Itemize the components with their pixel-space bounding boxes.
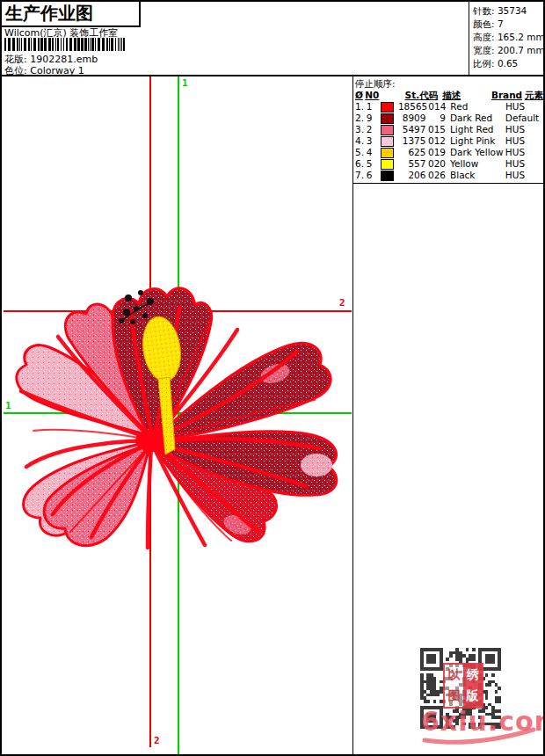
thread-description: Dark Yellow: [450, 147, 504, 158]
thread-color-swatch: [381, 102, 394, 113]
stop-table-body: 1. 1 18565 014 Red HUS 2. 9 8909 9 Dark …: [355, 101, 543, 181]
thread-seq: 1.: [355, 101, 367, 113]
thread-row: 1. 1 18565 014 Red HUS: [355, 101, 543, 113]
thread-code: 014: [426, 101, 446, 113]
production-worksheet: 生产作业图 Wilcom(汇京) 装饰工作室 花版: 1902281.emb 色…: [0, 0, 545, 756]
green-guide-label-top: 1: [182, 78, 188, 88]
thread-color-swatch: [381, 159, 394, 170]
col-element: 元素: [525, 90, 543, 101]
thread-needle-number: 1: [367, 101, 381, 113]
thread-brand: HUS: [505, 135, 543, 147]
watermark-underline: [421, 726, 541, 745]
col-needle: Ø: [355, 90, 365, 101]
scale-row: 比例: 0.65: [473, 57, 543, 70]
thread-description: Black: [450, 170, 504, 181]
stitch-count-row: 针数: 35734: [473, 4, 543, 18]
thread-brand: HUS: [505, 158, 543, 170]
thread-brand: HUS: [505, 124, 543, 135]
thread-row: 3. 2 5497 015 Light Red HUS: [355, 124, 543, 135]
thread-stitch-count: 8909: [398, 113, 425, 124]
thread-stitch-count: 18565: [398, 101, 426, 113]
thread-description: Red: [450, 101, 504, 113]
col-stitches: St.: [395, 90, 419, 101]
thread-color-swatch: [381, 136, 394, 147]
seal-char: 以: [445, 665, 463, 686]
thread-brand: HUS: [505, 170, 543, 181]
thread-seq: 6.: [355, 158, 367, 170]
thread-stitch-count: 5497: [398, 124, 425, 135]
stop-table-header: Ø N0 St. 代码 描述 Brand 元素: [355, 90, 543, 101]
seal-char: 图: [445, 686, 463, 707]
height-row: 高度: 165.2 mm: [473, 31, 543, 44]
color-count-row: 颜色: 7: [473, 18, 543, 31]
width-row: 宽度: 200.7 mm: [473, 44, 543, 57]
thread-needle-number: 4: [367, 147, 381, 158]
red-guide-label-bottom: 2: [154, 736, 160, 745]
thread-stitch-count: 206: [398, 170, 425, 181]
thread-seq: 3.: [355, 124, 367, 135]
page-title: 生产作业图: [2, 2, 141, 27]
thread-color-swatch: [381, 171, 394, 181]
thread-stitch-count: 1375: [398, 135, 425, 147]
thread-description: Light Pink: [450, 135, 504, 147]
thread-needle-number: 6: [367, 170, 381, 181]
thread-brand: HUS: [505, 101, 543, 113]
thread-code: 9: [425, 113, 446, 124]
hibiscus-embroidery-design: [7, 268, 352, 558]
stop-sequence-title: 停止顺序:: [355, 78, 543, 90]
col-code: 代码: [419, 90, 438, 101]
stop-sequence-table: 停止顺序: Ø N0 St. 代码 描述 Brand 元素 1. 1 18565…: [353, 76, 543, 184]
thread-code: 015: [425, 124, 446, 135]
thread-color-swatch: [381, 125, 394, 135]
anti-piracy-seal: 以 绣 图 版: [443, 663, 483, 709]
thread-seq: 2.: [355, 113, 367, 124]
thread-code: 012: [425, 135, 446, 147]
thread-color-swatch: [381, 113, 394, 124]
design-info-box: 针数: 35734 颜色: 7 高度: 165.2 mm 宽度: 200.7 m…: [469, 2, 543, 75]
barcode: [4, 38, 129, 51]
thread-stitch-count: 557: [398, 158, 425, 170]
thread-description: Dark Red: [450, 113, 504, 124]
seal-char: 版: [463, 686, 482, 707]
thread-brand: HUS: [505, 147, 543, 158]
thread-needle-number: 9: [367, 113, 381, 124]
thread-color-swatch: [381, 148, 394, 158]
thread-row: 7. 6 206 026 Black HUS: [355, 170, 543, 181]
thread-row: 2. 9 8909 9 Dark Red Default: [355, 113, 543, 124]
thread-needle-number: 2: [367, 124, 381, 135]
seal-char: 绣: [463, 665, 482, 686]
col-desc: 描述: [442, 90, 490, 101]
col-n0: N0: [365, 90, 379, 101]
thread-seq: 7.: [355, 170, 367, 181]
thread-brand: Default: [505, 113, 543, 124]
thread-row: 6. 5 557 020 Yellow HUS: [355, 158, 543, 170]
thread-code: 026: [425, 170, 446, 181]
thread-needle-number: 5: [367, 158, 381, 170]
thread-seq: 4.: [355, 135, 367, 147]
thread-needle-number: 3: [367, 135, 381, 147]
thread-description: Light Red: [450, 124, 504, 135]
thread-code: 019: [425, 147, 446, 158]
thread-stitch-count: 625: [398, 147, 425, 158]
thread-row: 5. 4 625 019 Dark Yellow HUS: [355, 147, 543, 158]
thread-seq: 5.: [355, 147, 367, 158]
thread-code: 020: [425, 158, 446, 170]
col-brand: Brand: [491, 90, 525, 101]
thread-row: 4. 3 1375 012 Light Pink HUS: [355, 135, 543, 147]
thread-description: Yellow: [450, 158, 504, 170]
